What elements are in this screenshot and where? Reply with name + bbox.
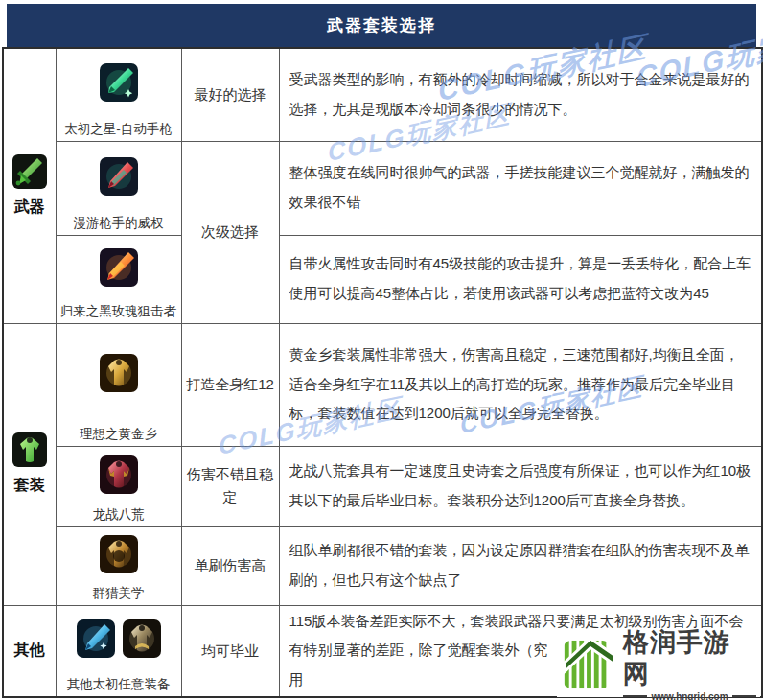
recommendation-text: 最好的选择 (195, 86, 266, 103)
description-text-part2: 用 (289, 671, 304, 688)
item-cell-dragon-war: 龙战八荒 (56, 446, 181, 526)
description-text: 龙战八荒套具有一定速度且史诗套之后强度有所保证，也可以作为红10极其以下的最后毕… (289, 462, 751, 508)
description-cell: 组队单刷都很不错的套装，因为设定原因群猎套在组队的伤害表现不及单刷的，但也只有这… (279, 526, 762, 605)
taichu-star-pistol-icon (100, 63, 138, 102)
description-text: 黄金乡套装属性非常强大，伤害高且稳定，三速范围都好,均衡且全面，适合全身红字在1… (289, 346, 739, 422)
sword-icon (12, 154, 47, 189)
category-label-weapons: 武器 (14, 198, 45, 218)
recommendation-text: 单刷伤害高 (195, 557, 266, 573)
category-cell-others: 其他 (3, 605, 56, 697)
recommendation-text: 伤害不错且稳定 (187, 466, 273, 505)
description-cell: 整体强度在线同时很帅气的武器，手搓技能建议三个觉醒就好，满触发的效果很不错 (279, 141, 762, 235)
site-logo-name: 格润手游网 (623, 627, 756, 689)
site-logo-url: www.hngrjd.com (651, 691, 728, 700)
description-cell: 龙战八荒套具有一定速度且史诗套之后强度有所保证，也可以作为红10极其以下的最后毕… (279, 446, 762, 526)
recommendation-cell: 次级选择 (181, 141, 279, 323)
description-text: 自带火属性攻击同时有45级技能的攻击提升，算是一丢丢特化，配合上车使用可以提高4… (289, 255, 751, 301)
table-title: 武器套装选择 (7, 4, 756, 47)
recommendation-text: 打造全身红12 (186, 376, 274, 392)
group-hunt-armor-icon (100, 535, 138, 573)
logo-dash-right (732, 695, 756, 697)
black-rose-sniper-icon (100, 248, 138, 287)
site-logo-house-icon (561, 637, 616, 692)
description-cell: 自带火属性攻击同时有45级技能的攻击提升，算是一丢丢特化，配合上车使用可以提高4… (279, 235, 762, 323)
item-name: 归来之黑玫瑰狙击者 (57, 303, 181, 320)
category-label-others: 其他 (14, 641, 45, 661)
category-cell-weapons: 武器 (3, 48, 56, 323)
description-text: 组队单刷都很不错的套装，因为设定原因群猎套在组队的伤害表现不及单刷的，但也只有这… (289, 542, 750, 588)
guide-table: 武器 太初之星-自动手枪 最好的选择 受 (2, 47, 763, 698)
site-logo: 格润手游网 www.hngrjd.com (557, 632, 760, 697)
item-cell-taichu-star: 太初之星-自动手枪 (56, 48, 181, 141)
item-name: 龙战八荒 (57, 506, 181, 524)
category-label-sets: 套装 (14, 476, 45, 496)
item-name: 群猎美学 (57, 585, 181, 602)
recommendation-text: 均可毕业 (201, 642, 259, 659)
item-name: 其他太初任意装备 (57, 676, 181, 693)
description-text: 整体强度在线同时很帅气的武器，手搓技能建议三个觉醒就好，满触发的效果很不错 (289, 164, 750, 210)
golden-land-armor-icon (100, 354, 138, 392)
armor-icon (12, 432, 47, 467)
description-cell: 黄金乡套装属性非常强大，伤害高且稳定，三速范围都好,均衡且全面，适合全身红字在1… (279, 323, 762, 446)
item-cell-golden-land: 理想之黄金乡 (56, 323, 181, 446)
item-name: 太初之星-自动手枪 (57, 121, 181, 138)
recommendation-cell: 最好的选择 (181, 48, 279, 141)
recommendation-cell: 伤害不错且稳定 (181, 446, 279, 526)
recommendation-cell: 打造全身红12 (181, 323, 279, 446)
recommendation-cell: 单刷伤害高 (181, 526, 279, 605)
item-name: 漫游枪手的威权 (57, 215, 181, 232)
item-name: 理想之黄金乡 (57, 426, 181, 443)
recommendation-text: 次级选择 (201, 223, 259, 240)
taichu-armor-icon (123, 619, 161, 658)
description-text: 受武器类型的影响，有额外的冷却时间缩减，所以对于合金来说是最好的选择，尤其是现版… (289, 71, 750, 117)
item-cell-black-rose-sniper: 归来之黑玫瑰狙击者 (56, 235, 181, 323)
category-cell-sets: 套装 (3, 323, 56, 605)
item-cell-group-hunt: 群猎美学 (56, 526, 181, 605)
roaming-gunner-authority-icon (100, 157, 138, 196)
logo-dash-left (623, 695, 647, 697)
table-title-text: 武器套装选择 (327, 14, 436, 36)
description-cell: 受武器类型的影响，有额外的冷却时间缩减，所以对于合金来说是最好的选择，尤其是现版… (279, 48, 762, 141)
item-cell-other-taichu: 其他太初任意装备 (56, 605, 181, 697)
recommendation-cell: 均可毕业 (181, 605, 279, 697)
item-cell-roaming-gunner: 漫游枪手的威权 (56, 141, 181, 235)
dragon-war-armor-icon (100, 455, 138, 494)
guide-page: 武器套装选择 武器 (0, 0, 763, 700)
taichu-weapon-icon (77, 619, 115, 658)
